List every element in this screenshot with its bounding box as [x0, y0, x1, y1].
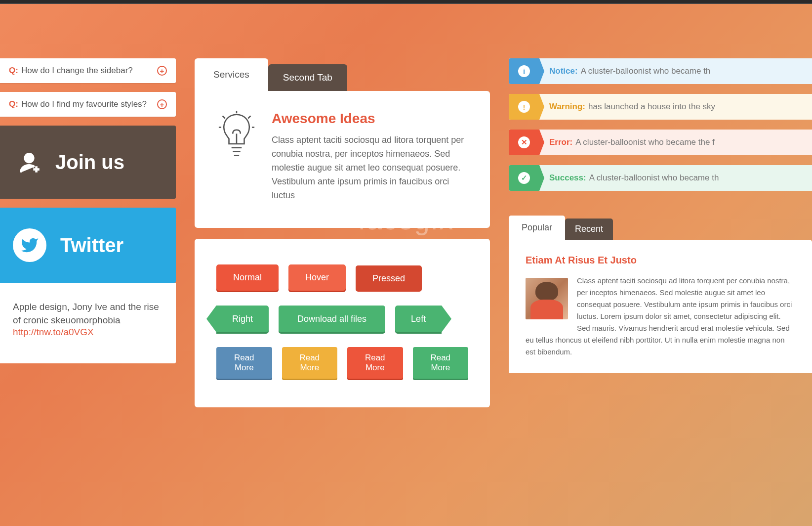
error-text: A cluster-balloonist who became the f [575, 137, 715, 147]
faq-q-prefix: Q: [9, 99, 18, 109]
main-container: Q: How do I change the sidebar? + Q: How… [0, 4, 812, 407]
services-tabs: Services Second Tab [195, 58, 490, 91]
button-row-2: Right Download all files Left [216, 306, 468, 332]
notice-label: Notice: [549, 66, 578, 76]
button-row-3: Read More Read More Read More Read More [216, 347, 468, 379]
tab-popular[interactable]: Popular [509, 216, 565, 240]
twitter-body: Apple design, Jony Ive and the rise of c… [0, 283, 176, 363]
left-column: Q: How do I change the sidebar? + Q: How… [0, 58, 176, 407]
warning-badge: ! [509, 94, 539, 120]
normal-button[interactable]: Normal [216, 264, 279, 291]
faq-item-2[interactable]: Q: How do I find my favourite styles? + [0, 92, 176, 117]
right-arrow-button[interactable]: Right [216, 306, 269, 332]
error-icon: ✕ [518, 136, 530, 148]
svg-line-4 [223, 116, 225, 118]
alert-warning[interactable]: ! Warning: has launched a house into the… [509, 94, 812, 120]
join-us-label: Join us [55, 151, 124, 174]
tab-recent[interactable]: Recent [565, 219, 613, 240]
join-us-button[interactable]: Join us [0, 126, 176, 199]
popular-thumbnail [526, 278, 568, 319]
alert-notice[interactable]: i Notice: A cluster-balloonist who becam… [509, 58, 812, 84]
warning-text: has launched a house into the sky [588, 102, 715, 112]
user-plus-icon [17, 148, 41, 176]
error-label: Error: [549, 137, 572, 147]
popular-body: Etiam At Risus Et Justo Class aptent tac… [509, 240, 812, 373]
success-badge: ✓ [509, 165, 539, 191]
alert-success[interactable]: ✓ Success: A cluster-balloonist who beca… [509, 165, 812, 191]
twitter-tweet-text: Apple design, Jony Ive and the rise of c… [13, 301, 163, 327]
left-arrow-button[interactable]: Left [395, 306, 442, 332]
svg-line-5 [248, 116, 250, 118]
success-label: Success: [549, 173, 586, 183]
alert-error[interactable]: ✕ Error: A cluster-balloonist who became… [509, 130, 812, 155]
plus-icon: + [157, 66, 167, 76]
popular-title: Etiam At Risus Et Justo [526, 255, 795, 266]
twitter-header[interactable]: Twitter [0, 208, 176, 283]
download-button[interactable]: Download all files [279, 306, 385, 332]
success-text: A cluster-balloonist who became th [589, 173, 719, 183]
faq-text: How do I find my favourite styles? [21, 99, 157, 109]
top-bar [0, 0, 812, 4]
twitter-icon-wrapper [13, 228, 46, 262]
twitter-link[interactable]: http://tnw.to/a0VGX [13, 327, 94, 337]
info-icon: i [518, 65, 530, 77]
notice-badge: i [509, 58, 539, 84]
hover-button[interactable]: Hover [288, 264, 346, 291]
popular-tabs: Popular Recent [509, 216, 812, 240]
tab-services[interactable]: Services [195, 58, 268, 91]
read-more-blue[interactable]: Read More [216, 347, 272, 379]
twitter-icon [20, 236, 39, 255]
twitter-widget: Twitter Apple design, Jony Ive and the r… [0, 208, 176, 363]
services-widget: Services Second Tab Awesome Ideas Class … [195, 58, 490, 228]
read-more-yellow[interactable]: Read More [282, 347, 338, 379]
services-title: Awesome Ideas [272, 111, 467, 127]
right-column: i Notice: A cluster-balloonist who becam… [509, 58, 812, 407]
success-icon: ✓ [518, 172, 530, 184]
warning-label: Warning: [549, 102, 585, 112]
faq-text: How do I change the sidebar? [21, 66, 157, 76]
pressed-button[interactable]: Pressed [356, 265, 422, 292]
faq-item-1[interactable]: Q: How do I change the sidebar? + [0, 58, 176, 83]
plus-icon: + [157, 99, 167, 109]
button-row-1: Normal Hover Pressed [216, 264, 468, 291]
popular-widget: Popular Recent Etiam At Risus Et Justo C… [509, 216, 812, 373]
error-badge: ✕ [509, 130, 539, 155]
buttons-panel: Normal Hover Pressed Right Download all … [195, 239, 490, 407]
faq-q-prefix: Q: [9, 66, 18, 76]
services-description: Class aptent taciti sociosqu ad litora t… [272, 133, 467, 202]
lightbulb-icon [217, 111, 256, 202]
notice-text: A cluster-balloonist who became th [581, 66, 711, 76]
popular-content: Class aptent taciti sociosqu ad litora t… [526, 275, 795, 358]
read-more-red[interactable]: Read More [347, 347, 403, 379]
twitter-label: Twitter [60, 234, 123, 257]
services-content: Awesome Ideas Class aptent taciti socios… [272, 111, 467, 202]
read-more-green[interactable]: Read More [413, 347, 469, 379]
middle-column: Services Second Tab Awesome Ideas Class … [195, 58, 490, 407]
tab-second[interactable]: Second Tab [268, 64, 347, 91]
warning-icon: ! [518, 101, 530, 113]
services-body: Awesome Ideas Class aptent taciti socios… [195, 91, 490, 228]
